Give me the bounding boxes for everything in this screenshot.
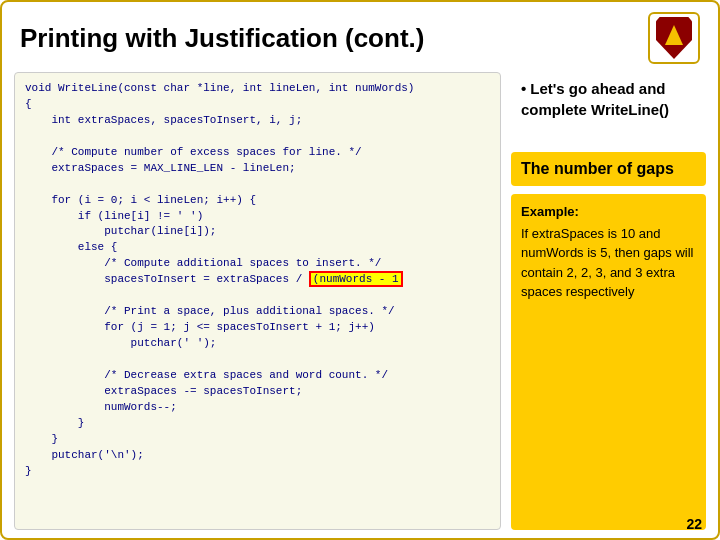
example-text: If extraSpaces is 10 and numWords is 5, …	[521, 226, 693, 300]
callout-mid-text: The number of gaps	[521, 160, 674, 177]
bullet-point: •	[521, 80, 526, 97]
callout-top: •Let's go ahead and complete WriteLine()	[511, 72, 706, 126]
callout-top-text: Let's go ahead and complete WriteLine()	[521, 80, 669, 118]
callout-bottom: Example: If extraSpaces is 10 and numWor…	[511, 194, 706, 530]
content-area: void WriteLine(const char *line, int lin…	[2, 72, 718, 538]
right-panel: •Let's go ahead and complete WriteLine()…	[511, 72, 706, 530]
code-text-2: /* Print a space, plus additional spaces…	[25, 288, 490, 479]
callout-mid: The number of gaps	[511, 152, 706, 186]
header: Printing with Justification (cont.)	[2, 2, 718, 72]
university-logo	[648, 12, 700, 64]
code-text: void WriteLine(const char *line, int lin…	[25, 81, 490, 288]
example-title: Example:	[521, 202, 696, 222]
code-panel: void WriteLine(const char *line, int lin…	[14, 72, 501, 530]
page-number: 22	[686, 516, 702, 532]
shield-icon	[656, 17, 692, 59]
slide: Printing with Justification (cont.) void…	[0, 0, 720, 540]
slide-title: Printing with Justification (cont.)	[20, 23, 424, 54]
